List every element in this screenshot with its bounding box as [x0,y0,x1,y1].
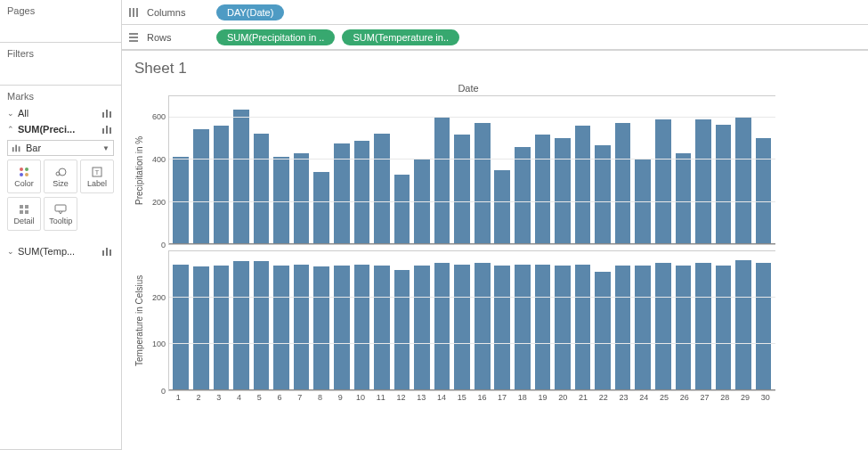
bar[interactable] [173,265,189,390]
x-tick: 4 [229,391,249,402]
bar[interactable] [635,160,651,244]
bar[interactable] [535,265,551,390]
svg-rect-17 [20,205,23,209]
bars-icon [101,109,114,118]
rows-pill-precipitation[interactable]: SUM(Precipitation in .. [216,29,335,45]
bar[interactable] [454,265,470,390]
x-tick: 11 [370,391,391,402]
bar[interactable] [735,260,751,390]
bar[interactable] [394,175,410,244]
bar[interactable] [313,172,329,244]
color-button[interactable]: Color [7,160,41,193]
bar[interactable] [735,118,751,244]
bar[interactable] [374,134,390,245]
columns-pill-day-date[interactable]: DAY(Date) [216,4,284,20]
filters-shelf[interactable]: Filters [0,43,121,86]
bar[interactable] [294,265,310,390]
bar[interactable] [515,265,531,390]
bar[interactable] [676,266,692,390]
rows-pill-temperature[interactable]: SUM(Temperature in.. [342,29,459,45]
svg-rect-5 [110,127,111,134]
viz-area: Sheet 1 Date Precipitation in % 60040020… [122,50,868,450]
bar[interactable] [595,272,611,390]
bar[interactable] [555,266,571,390]
svg-rect-18 [25,205,28,209]
bar[interactable] [233,261,249,390]
label-button[interactable]: T Label [80,160,114,193]
bar[interactable] [716,125,732,244]
tooltip-button[interactable]: Tooltip [44,197,77,231]
x-tick: 27 [694,391,715,402]
bar[interactable] [555,138,571,244]
chart-container: Date Precipitation in % 6004002000 Tempe… [134,83,775,402]
bar[interactable] [454,135,470,244]
bar[interactable] [334,266,350,390]
columns-label: Columns [147,7,209,18]
plot-precipitation[interactable] [168,95,775,245]
bar[interactable] [193,129,209,244]
bar[interactable] [716,266,732,390]
bar[interactable] [254,134,270,245]
marks-card2-row[interactable]: ⌄ SUM(Temp... [7,243,114,259]
bar[interactable] [475,263,491,390]
marks-all-label: All [18,108,101,119]
y-tick: 0 [161,387,166,396]
columns-shelf[interactable]: Columns DAY(Date) [122,0,868,25]
bar[interactable] [233,110,249,244]
bar[interactable] [254,261,270,390]
bar[interactable] [214,126,230,244]
y-tick: 200 [152,293,166,302]
bars-icon [12,143,22,152]
bar[interactable] [494,170,510,244]
marks-card1-row[interactable]: ⌃ SUM(Preci... [7,121,114,137]
bar[interactable] [494,266,510,390]
bar[interactable] [655,119,671,244]
bar[interactable] [475,123,491,244]
marks-card: Marks ⌄ All ⌃ SUM(Preci... Bar ▼ [0,86,121,450]
marks-all-row[interactable]: ⌄ All [7,105,114,121]
chevron-down-icon: ⌄ [7,109,14,118]
bar[interactable] [635,266,651,390]
bar[interactable] [354,265,370,390]
bar[interactable] [756,263,772,390]
y-tick: 600 [152,112,166,121]
bar[interactable] [374,266,390,390]
bar[interactable] [615,123,631,244]
plot-temperature[interactable] [168,250,775,391]
rows-shelf[interactable]: Rows SUM(Precipitation in .. SUM(Tempera… [122,25,868,50]
mark-type-dropdown[interactable]: Bar ▼ [7,140,114,156]
bar[interactable] [434,117,450,244]
bar[interactable] [394,270,410,390]
bar[interactable] [655,263,671,390]
bar[interactable] [575,265,591,390]
bar[interactable] [535,135,551,244]
bar[interactable] [676,153,692,244]
bar[interactable] [214,266,230,390]
bar[interactable] [434,263,450,390]
bar[interactable] [615,266,631,390]
bar[interactable] [695,263,711,390]
color-icon [19,165,29,179]
bar[interactable] [575,126,591,244]
detail-button[interactable]: Detail [7,197,41,231]
rows-label: Rows [147,32,209,43]
bar[interactable] [414,266,430,390]
svg-rect-2 [110,111,111,118]
x-tick: 26 [674,391,694,402]
svg-rect-1 [106,110,108,118]
bar[interactable] [695,119,711,244]
size-button[interactable]: Size [44,160,77,193]
bar[interactable] [595,145,611,244]
pages-shelf[interactable]: Pages [0,0,121,43]
bar[interactable] [273,266,289,390]
sheet-title[interactable]: Sheet 1 [134,60,856,78]
label-icon: T [92,165,102,179]
svg-rect-24 [110,250,111,256]
bar[interactable] [515,147,531,244]
bar[interactable] [756,138,772,244]
bar[interactable] [193,266,209,390]
bar[interactable] [294,153,310,244]
bar[interactable] [354,141,370,244]
bar[interactable] [313,266,329,390]
chevron-down-icon: ▼ [102,144,110,152]
